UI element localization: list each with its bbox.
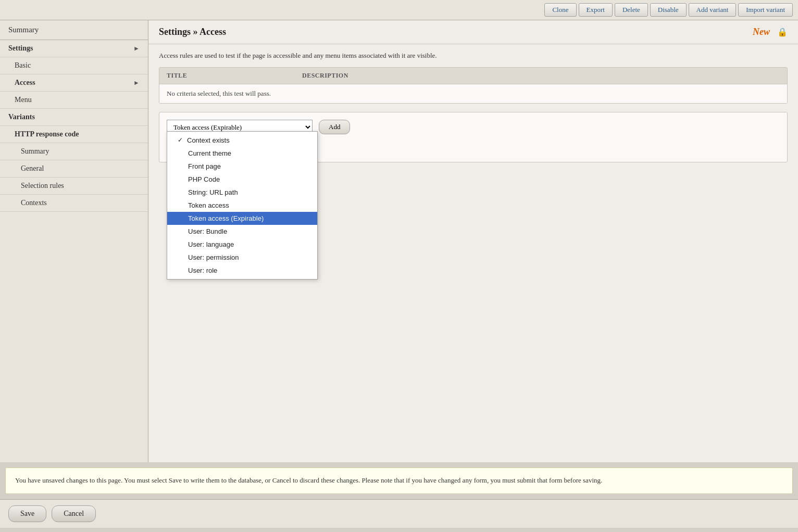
disable-button[interactable]: Disable <box>650 3 687 17</box>
col-description: DESCRIPTION <box>295 68 735 84</box>
sidebar-item-general[interactable]: General <box>0 160 148 178</box>
page-title: Settings » Access <box>159 27 226 37</box>
chevron-right-icon: ► <box>133 45 140 53</box>
popup-item-front-page[interactable]: Front page <box>167 160 317 173</box>
dropdown-section: Token access (Expirable) Add Context exi… <box>159 112 788 162</box>
popup-item-user-permission[interactable]: User: permission <box>167 251 317 264</box>
sidebar-item-variants[interactable]: Variants <box>0 109 148 126</box>
main-layout: Summary Settings ► Basic Access ► Menu V… <box>0 20 798 462</box>
popup-item-token-access[interactable]: Token access <box>167 199 317 212</box>
table-empty-row: No criteria selected, this test will pas… <box>159 84 787 103</box>
cancel-button[interactable]: Cancel <box>52 505 96 522</box>
popup-item-string-url[interactable]: String: URL path <box>167 186 317 199</box>
lock-icon: 🔒 <box>777 27 788 37</box>
dropdown-popup: Context exists Current theme Front page … <box>167 131 318 280</box>
sidebar: Summary Settings ► Basic Access ► Menu V… <box>0 20 148 462</box>
content-description: Access rules are used to test if the pag… <box>148 44 798 67</box>
sidebar-item-menu[interactable]: Menu <box>0 92 148 109</box>
col-title: TITLE <box>159 68 295 84</box>
chevron-right-icon-access: ► <box>133 79 140 87</box>
popup-item-token-access-expirable[interactable]: Token access (Expirable) <box>167 212 317 225</box>
sidebar-item-summary-top[interactable]: Summary <box>0 20 148 40</box>
popup-item-user-bundle[interactable]: User: Bundle <box>167 225 317 238</box>
content-header: Settings » Access New 🔒 <box>148 20 798 44</box>
add-variant-button[interactable]: Add variant <box>689 3 737 17</box>
top-toolbar: Clone Export Delete Disable Add variant … <box>0 0 798 20</box>
sidebar-item-summary2[interactable]: Summary <box>0 143 148 160</box>
sidebar-item-http[interactable]: HTTP response code <box>0 126 148 143</box>
import-variant-button[interactable]: Import variant <box>738 3 793 17</box>
sidebar-item-contexts[interactable]: Contexts <box>0 195 148 212</box>
warning-box: You have unsaved changes to this page. Y… <box>5 467 793 494</box>
sidebar-item-selection[interactable]: Selection rules <box>0 178 148 195</box>
warning-text: You have unsaved changes to this page. Y… <box>15 476 602 484</box>
bottom-bar: Save Cancel <box>0 499 798 528</box>
popup-item-php-code[interactable]: PHP Code <box>167 173 317 186</box>
sidebar-item-settings[interactable]: Settings ► <box>0 40 148 57</box>
clone-button[interactable]: Clone <box>544 3 576 17</box>
delete-button[interactable]: Delete <box>615 3 648 17</box>
table-header: TITLE DESCRIPTION <box>159 68 787 84</box>
popup-item-context-exists[interactable]: Context exists <box>167 134 317 147</box>
add-button[interactable]: Add <box>319 120 350 134</box>
popup-item-current-theme[interactable]: Current theme <box>167 147 317 160</box>
sidebar-item-basic[interactable]: Basic <box>0 57 148 74</box>
header-right: New 🔒 <box>753 27 788 37</box>
content-area: Settings » Access New 🔒 Access rules are… <box>148 20 798 462</box>
sidebar-item-access[interactable]: Access ► <box>0 74 148 92</box>
export-button[interactable]: Export <box>579 3 613 17</box>
popup-item-user-role[interactable]: User: role <box>167 264 317 277</box>
access-table: TITLE DESCRIPTION No criteria selected, … <box>159 67 788 104</box>
col-actions <box>735 68 787 84</box>
new-badge: New <box>753 27 770 37</box>
popup-item-user-language[interactable]: User: language <box>167 238 317 251</box>
save-button[interactable]: Save <box>8 505 46 522</box>
